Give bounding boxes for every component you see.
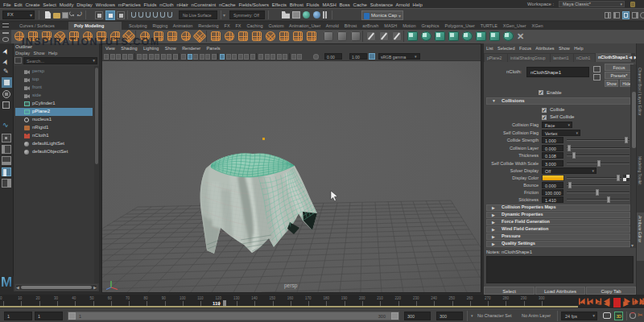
svg-text:persp: persp xyxy=(284,283,298,289)
